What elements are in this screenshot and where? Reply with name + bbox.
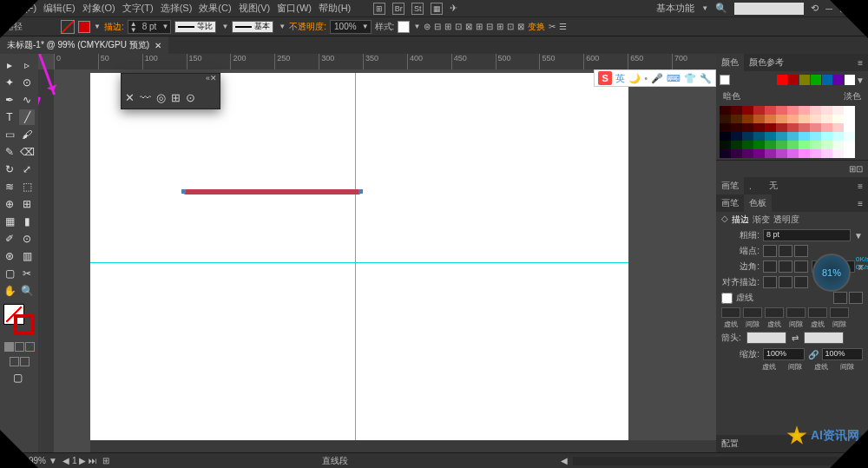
color-swatch[interactable] <box>788 75 799 85</box>
align-icon[interactable]: ⊜ <box>424 22 431 31</box>
swatch-dropdown-icon[interactable]: ▼ <box>856 76 865 85</box>
align-icon8[interactable]: ⊞ <box>496 22 503 31</box>
next-page-icon[interactable]: ▶ <box>79 456 86 465</box>
layout-icon[interactable]: ⊞ <box>373 3 385 15</box>
tab-color[interactable]: 颜色 <box>716 54 744 71</box>
isolate-icon[interactable]: ✂ <box>549 22 556 31</box>
graph-tool[interactable]: ▥ <box>19 248 35 264</box>
align-icon4[interactable]: ⊡ <box>455 22 462 31</box>
vertical-ruler[interactable] <box>38 69 54 452</box>
brush-definition[interactable]: 基本 <box>232 21 273 33</box>
page-input[interactable]: 1 <box>72 456 77 465</box>
cap-buttons[interactable] <box>763 245 808 257</box>
arrow-start[interactable] <box>746 332 786 344</box>
eyedropper-tool[interactable]: ✐ <box>2 231 17 247</box>
pen-tool[interactable]: ✒ <box>2 92 17 108</box>
fill-stroke-control[interactable] <box>3 304 35 335</box>
search-input[interactable] <box>734 3 804 15</box>
tab-swatches[interactable]: 色板 <box>744 194 772 212</box>
horizontal-ruler[interactable]: 0501001502002503003504004505005506006507… <box>54 54 716 69</box>
arrow-end[interactable] <box>804 332 844 344</box>
dash-align-icons[interactable] <box>833 292 863 304</box>
color-guide-grid[interactable] <box>716 104 868 160</box>
search-icon[interactable]: 🔍 <box>715 3 727 14</box>
vertical-guide[interactable] <box>355 73 356 451</box>
tab-brushes2[interactable]: 画笔 <box>716 194 744 212</box>
rectangle-tool[interactable]: ▭ <box>2 127 17 142</box>
arrange-icon[interactable]: ▦ <box>431 3 443 15</box>
screen-mode-row[interactable] <box>10 357 30 366</box>
magic-wand-tool[interactable]: ✦ <box>2 75 17 90</box>
ime-moon-icon[interactable]: 🌙 <box>628 73 641 84</box>
tab-close-icon[interactable]: ✕ <box>155 41 161 50</box>
ime-toolbar[interactable]: S 英 🌙 • 🎤 ⌨ 👕 🔧 <box>594 69 716 87</box>
slice-tool[interactable]: ✂ <box>19 266 35 281</box>
artboard-nav-icon[interactable]: ⊞ <box>102 456 109 465</box>
stroke-weight-input[interactable]: ▲▼8 pt▼ <box>128 20 172 34</box>
mesh-tool[interactable]: ▦ <box>2 214 17 229</box>
scale-end-input[interactable]: 100% <box>822 348 864 360</box>
more-icon[interactable]: ☰ <box>559 22 567 31</box>
selection-tool[interactable]: ▸ <box>2 57 17 73</box>
transform-label[interactable]: 变换 <box>528 21 545 33</box>
ime-skin-icon[interactable]: 👕 <box>684 73 696 84</box>
color-mode-row[interactable] <box>4 342 35 352</box>
stroke-profile[interactable]: 等比 <box>174 21 216 33</box>
paintbrush-tool[interactable]: 🖌 <box>19 127 35 142</box>
subtab-stroke[interactable]: 描边 <box>732 214 749 226</box>
panel-menu-icon[interactable]: ≡ <box>852 196 868 211</box>
artboard[interactable] <box>90 73 628 451</box>
lasso-tool[interactable]: ⊙ <box>19 75 35 90</box>
align-icon2[interactable]: ⊟ <box>434 22 441 31</box>
align-icon7[interactable]: ⊟ <box>486 22 493 31</box>
link-icon[interactable]: 🔗 <box>808 350 819 359</box>
line-tool[interactable]: ╱ <box>19 109 35 125</box>
style-swatch[interactable] <box>398 21 410 33</box>
opacity-label[interactable]: 不透明度: <box>289 21 326 33</box>
swap-icon[interactable]: ⇄ <box>792 333 799 343</box>
panel-close-icon[interactable]: ✕ <box>210 74 217 86</box>
align-icon10[interactable]: ⊠ <box>517 22 524 31</box>
tab-profile[interactable]: 配置 <box>716 435 744 452</box>
width-tool[interactable]: ≋ <box>2 179 17 194</box>
dashed-checkbox[interactable] <box>721 293 733 304</box>
sogou-icon[interactable]: S <box>598 71 612 85</box>
panel-icon[interactable]: ⊡ <box>856 164 863 174</box>
opacity-input[interactable]: 100%▼ <box>330 20 372 34</box>
align-stroke-buttons[interactable] <box>763 276 808 288</box>
ime-mic-icon[interactable]: 🎤 <box>651 73 663 84</box>
brush-dots-icon[interactable]: ⊙ <box>186 91 195 104</box>
weight-input[interactable]: 8 pt <box>763 229 851 241</box>
hand-tool[interactable]: ✋ <box>2 283 17 299</box>
brush-options-panel[interactable]: « ✕ ✕ 〰 ◎ ⊞ ⊙ <box>121 73 220 109</box>
menu-view[interactable]: 视图(V) <box>239 2 271 15</box>
align-icon5[interactable]: ⊠ <box>465 22 472 31</box>
rotate-tool[interactable]: ↻ <box>2 161 17 177</box>
panel-menu-icon[interactable]: ≡ <box>852 56 868 70</box>
horizontal-scrollbar[interactable] <box>90 440 716 452</box>
menu-text[interactable]: 文字(T) <box>122 2 154 15</box>
canvas-area[interactable]: 0501001502002503003504004505005506006507… <box>38 54 716 452</box>
curvature-tool[interactable]: ∿ <box>19 92 35 108</box>
color-swatch[interactable] <box>833 75 844 85</box>
color-swatch[interactable] <box>845 75 855 85</box>
selected-line-object[interactable] <box>183 189 361 194</box>
align-icon6[interactable]: ⊞ <box>476 22 483 31</box>
scale-start-input[interactable]: 100% <box>763 348 805 360</box>
menu-select[interactable]: 选择(S) <box>161 2 193 15</box>
subtab-transparency[interactable]: 透明度 <box>773 214 799 226</box>
menu-help[interactable]: 帮助(H) <box>319 2 351 15</box>
tab-color-guide[interactable]: 颜色参考 <box>744 54 789 71</box>
blend-tool[interactable]: ⊙ <box>19 231 35 247</box>
tab-brushes[interactable]: 画笔 <box>716 177 744 194</box>
sync-icon[interactable]: ⟲ <box>811 3 819 14</box>
symbol-sprayer-tool[interactable]: ⊛ <box>2 248 17 264</box>
ime-lang[interactable]: 英 <box>615 72 625 85</box>
menu-edit[interactable]: 编辑(E) <box>43 2 76 15</box>
free-transform-tool[interactable]: ⬚ <box>19 179 35 194</box>
shaper-tool[interactable]: ✎ <box>2 144 17 160</box>
menu-object[interactable]: 对象(O) <box>82 2 115 15</box>
h-scrollbar[interactable] <box>573 457 851 465</box>
brush-stroke-icon[interactable]: 〰 <box>140 91 151 104</box>
st-icon[interactable]: St <box>411 3 424 15</box>
